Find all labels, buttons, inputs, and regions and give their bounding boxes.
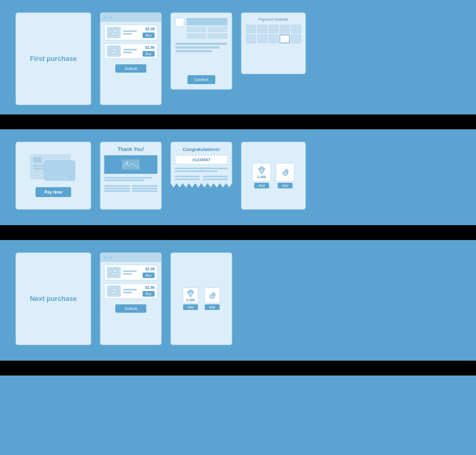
svg-rect-11: [110, 270, 117, 275]
ty-line-row-1: [104, 185, 157, 187]
payment-cell-4[interactable]: [280, 25, 289, 33]
thank-you-card: Thank You!: [100, 142, 162, 210]
congrats-line-row-1: [175, 176, 228, 177]
cc-secondary-chip: [68, 175, 73, 178]
payment-cell-8[interactable]: [268, 35, 278, 43]
cc-chip: [33, 157, 42, 163]
product-item-4: $2.99 Buy: [104, 283, 157, 299]
confirm-cell-2: [208, 27, 227, 32]
product-thumb-3: [107, 267, 121, 278]
product-line-2b: [123, 52, 132, 53]
cgl-r2b: [203, 178, 228, 180]
tab-dot-3b: [109, 256, 112, 259]
payment-cell-7[interactable]: [257, 35, 267, 43]
product-right-2: $2.99 Buy: [143, 45, 155, 57]
congrats-line-1: [175, 168, 228, 169]
tab-dot-2: [109, 16, 112, 19]
product-item-2: $2.99 Buy: [104, 43, 157, 59]
congrats-line-row-2: [175, 178, 228, 180]
first-purchase-label: First purchase: [24, 49, 83, 69]
image-icon-1: [110, 29, 118, 36]
buy-button-4[interactable]: Buy: [143, 291, 155, 297]
payment-cell-1[interactable]: [246, 25, 256, 33]
add-button-diamond[interactable]: Add: [254, 183, 269, 188]
svg-marker-7: [259, 166, 265, 169]
ty-line-row-3: [104, 190, 157, 192]
svg-point-19: [214, 294, 214, 294]
product-thumb-1: [107, 27, 121, 38]
tab-bar-1: [101, 13, 161, 22]
row-3: Next purchase $2: [0, 240, 476, 361]
reward-item-diamond: 2,300 Add: [252, 163, 271, 188]
submit-button-1[interactable]: Submit: [115, 64, 146, 73]
product-item-1: $2.99 Buy: [104, 25, 157, 40]
svg-rect-0: [110, 30, 117, 35]
add-button-duck[interactable]: Add: [278, 183, 293, 188]
row-1: First purchase: [0, 0, 476, 114]
confirm-checkbox[interactable]: [175, 18, 184, 27]
price-3: $2.99: [145, 267, 155, 271]
black-bar-2: [0, 225, 476, 240]
ty-line-r3a: [104, 190, 130, 192]
payment-cell-6[interactable]: [246, 35, 256, 43]
congrats-lines: [175, 168, 228, 180]
confirm-body-line-1: [175, 43, 227, 45]
ty-line-1: [104, 177, 152, 178]
add-button-diamond-2[interactable]: Add: [183, 304, 198, 310]
tab-dot-1: [104, 16, 107, 19]
payment-grid: [246, 25, 301, 43]
thank-you-image-icon: [122, 159, 140, 170]
add-button-duck-2[interactable]: Add: [205, 304, 220, 310]
image-icon-2: [110, 48, 118, 54]
buy-button-1[interactable]: Buy: [143, 32, 155, 38]
cgl-r1a: [175, 176, 200, 177]
next-purchase-card: Next purchase: [15, 252, 91, 345]
product-right-4: $2.99 Buy: [143, 285, 155, 297]
confirm-card: Confirm: [170, 12, 232, 90]
product-lines-2: [123, 49, 140, 53]
product-list-card-3: $2.99 Buy $2.99 Buy: [100, 252, 162, 345]
product-line-4b: [123, 292, 132, 293]
duck-icon-2: [208, 291, 217, 300]
confirm-body-line-3: [175, 50, 212, 52]
confirm-header: [175, 18, 227, 39]
product-right-1: $2.99 Buy: [143, 27, 155, 38]
congratulations-card-outer: Congratulations! #1234567: [170, 142, 232, 210]
svg-marker-16: [187, 290, 194, 292]
buy-button-3[interactable]: Buy: [143, 273, 155, 278]
zigzag-svg: [170, 183, 232, 188]
payment-cell-9-selected[interactable]: [280, 35, 289, 43]
image-icon-3: [110, 269, 118, 276]
product-line-2a: [123, 49, 137, 50]
confirm-body-line-2: [175, 46, 220, 49]
buy-button-2[interactable]: Buy: [143, 51, 155, 57]
price-4: $2.99: [145, 285, 155, 290]
duck-icon: [281, 168, 289, 177]
product-line-1a: [123, 30, 137, 32]
ty-line-r2b: [132, 188, 157, 189]
confirm-button[interactable]: Confirm: [187, 75, 215, 84]
svg-point-9: [285, 170, 288, 173]
diamond-icon: [257, 166, 266, 174]
reward-count-diamond-2: 2,300: [186, 298, 195, 302]
payment-cell-5[interactable]: [291, 25, 301, 33]
payment-cell-10[interactable]: [291, 35, 301, 43]
confirm-grid: [187, 18, 227, 39]
thank-you-title: Thank You!: [104, 147, 157, 152]
tab-bar-3: [101, 253, 161, 262]
pay-now-button[interactable]: Pay Now: [36, 187, 71, 197]
black-bar-1: [0, 114, 476, 129]
thank-you-lines: [104, 177, 157, 192]
product-lines-1: [123, 30, 140, 35]
reward-icon-box-diamond: 2,300: [252, 163, 271, 182]
congratulations-card: Congratulations! #1234567: [170, 142, 232, 183]
ty-line-row-2: [104, 188, 157, 189]
product-item-3: $2.99 Buy: [104, 265, 157, 280]
payment-cell-3[interactable]: [268, 25, 278, 33]
tab-dot-3a: [104, 256, 107, 259]
thank-you-image: [104, 155, 157, 174]
submit-button-3[interactable]: Submit: [115, 304, 146, 313]
payment-cell-2[interactable]: [257, 25, 267, 33]
reward-item-duck-2: Add: [204, 288, 220, 310]
ty-line-r2a: [104, 188, 130, 189]
